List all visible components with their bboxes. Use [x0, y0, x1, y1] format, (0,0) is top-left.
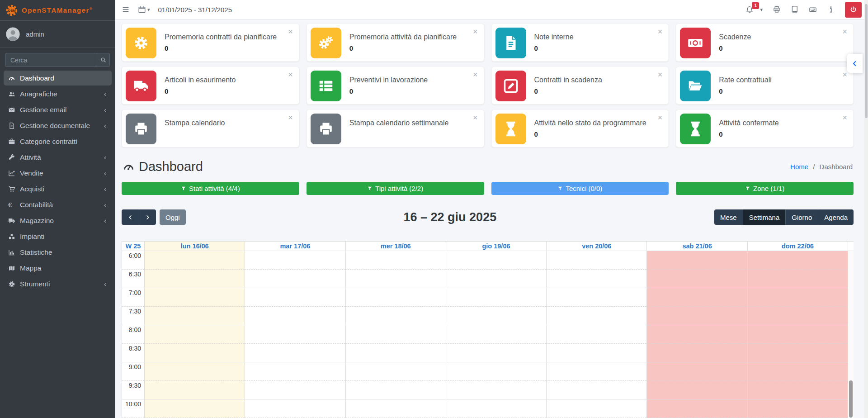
filter-tecnici-0-0[interactable]: Tecnici (0/0) — [491, 182, 669, 195]
calendar-slot[interactable] — [646, 251, 747, 270]
logout-power-button[interactable] — [845, 2, 862, 18]
calendar-slot[interactable] — [646, 381, 747, 399]
calendar-slot[interactable] — [446, 381, 546, 399]
calendar-slot[interactable] — [747, 251, 848, 270]
sidebar-item-gestione-documentale[interactable]: Gestione documentale ‹ — [4, 118, 112, 133]
calendar-slot[interactable] — [345, 325, 446, 344]
calendar-slot[interactable] — [546, 399, 646, 418]
widget-close-icon[interactable]: × — [842, 114, 847, 122]
print-icon[interactable] — [773, 5, 781, 14]
app-logo[interactable]: OSM OpenSTAManager® — [0, 0, 115, 21]
widget-contratti-in-scadenza[interactable]: Contratti in scadenza 0 × — [491, 66, 669, 104]
widget-close-icon[interactable]: × — [473, 71, 478, 79]
calendar-slot[interactable] — [546, 344, 646, 362]
day-header-sab-21-06[interactable]: sab 21/06 — [646, 242, 747, 251]
calendar-prev-button[interactable] — [122, 209, 139, 225]
filter-stati-attivit-4-4[interactable]: Stati attività (4/4) — [122, 182, 299, 195]
widget-close-icon[interactable]: × — [288, 28, 293, 36]
sidebar-item-acquisti[interactable]: Acquisti ‹ — [4, 181, 112, 196]
calendar-slot[interactable] — [144, 381, 245, 399]
widget-note-interne[interactable]: Note interne 0 × — [491, 24, 669, 62]
widget-close-icon[interactable]: × — [473, 28, 478, 36]
calendar-slot[interactable] — [747, 270, 848, 288]
calendar-slot[interactable] — [646, 307, 747, 325]
calendar-slot[interactable] — [345, 270, 446, 288]
calendar-slot[interactable] — [646, 399, 747, 418]
calendar-slot[interactable] — [546, 270, 646, 288]
calendar-today-button[interactable]: Oggi — [160, 209, 186, 225]
sidebar-item-attivit[interactable]: Attività ‹ — [4, 150, 112, 165]
sidebar-item-strumenti[interactable]: Strumenti ‹ — [4, 276, 112, 291]
period-selector[interactable]: 01/01/2025 - 31/12/2025 — [158, 6, 232, 14]
view-agenda-button[interactable]: Agenda — [818, 209, 854, 225]
calendar-slot[interactable] — [546, 251, 646, 270]
calendar-slot[interactable] — [345, 399, 446, 418]
widget-rate-contrattuali[interactable]: Rate contrattuali 0 × — [676, 66, 854, 104]
docs-book-icon[interactable] — [791, 5, 799, 14]
info-icon[interactable] — [827, 5, 835, 14]
calendar-slot[interactable] — [345, 307, 446, 325]
calendar-slot[interactable] — [245, 362, 345, 381]
hamburger-menu-icon[interactable] — [122, 5, 130, 14]
filter-tipi-attivit-2-2[interactable]: Tipi attività (2/2) — [307, 182, 484, 195]
sidebar-item-statistiche[interactable]: Statistiche — [4, 245, 112, 260]
search-button[interactable] — [97, 53, 110, 67]
sidebar-item-dashboard[interactable]: Dashboard — [4, 71, 112, 86]
calendar-slot[interactable] — [446, 270, 546, 288]
calendar-slot[interactable] — [747, 307, 848, 325]
calendar-slot[interactable] — [144, 307, 245, 325]
calendar-slot[interactable] — [245, 307, 345, 325]
sidebar-item-gestione-email[interactable]: Gestione email ‹ — [4, 102, 112, 117]
widget-close-icon[interactable]: × — [842, 71, 847, 79]
calendar-next-button[interactable] — [139, 209, 156, 225]
sidebar-item-impianti[interactable]: Impianti — [4, 229, 112, 244]
calendar-slot[interactable] — [446, 251, 546, 270]
day-header-ven-20-06[interactable]: ven 20/06 — [546, 242, 646, 251]
widget-promemoria-contratti-da-pianificare[interactable]: Promemoria contratti da pianificare 0 × — [122, 24, 299, 62]
calendar-slot[interactable] — [144, 288, 245, 307]
calendar-slot[interactable] — [446, 307, 546, 325]
calendar-dropdown-icon[interactable]: ▾ — [138, 5, 150, 14]
sidebar-item-anagrafiche[interactable]: Anagrafiche ‹ — [4, 86, 112, 101]
calendar-scrollbar-thumb[interactable] — [849, 380, 853, 418]
calendar-slot[interactable] — [646, 288, 747, 307]
widget-close-icon[interactable]: × — [658, 114, 663, 122]
calendar-slot[interactable] — [245, 381, 345, 399]
calendar-slot[interactable] — [747, 288, 848, 307]
page-scrollbar-thumb[interactable] — [865, 4, 868, 118]
calendar-slot[interactable] — [446, 362, 546, 381]
calendar-slot[interactable] — [546, 362, 646, 381]
day-header-gio-19-06[interactable]: gio 19/06 — [446, 242, 546, 251]
search-input[interactable] — [5, 53, 97, 67]
widget-stampa-calendario[interactable]: Stampa calendario × — [122, 109, 299, 147]
calendar-slot[interactable] — [345, 288, 446, 307]
calendar-slot[interactable] — [546, 307, 646, 325]
widget-close-icon[interactable]: × — [658, 71, 663, 79]
widget-stampa-calendario-settimanale[interactable]: Stampa calendario settimanale × — [307, 109, 484, 147]
widget-attivit-nello-stato-da-programmare[interactable]: Attività nello stato da programmare 0 × — [491, 109, 669, 147]
sidebar-item-categorie-contratti[interactable]: Categorie contratti — [4, 134, 112, 149]
week-number-link[interactable]: W 25 — [122, 242, 144, 251]
sidebar-item-mappa[interactable]: Mappa — [4, 261, 112, 276]
calendar-slot[interactable] — [446, 325, 546, 344]
calendar-slot[interactable] — [646, 362, 747, 381]
day-header-mar-17-06[interactable]: mar 17/06 — [245, 242, 345, 251]
calendar-slot[interactable] — [144, 362, 245, 381]
calendar-slot[interactable] — [245, 288, 345, 307]
view-giorno-button[interactable]: Giorno — [785, 209, 818, 225]
calendar-slot[interactable] — [144, 270, 245, 288]
calendar-slot[interactable] — [144, 325, 245, 344]
sidebar-item-contabilit[interactable]: € Contabilità ‹ — [4, 197, 112, 212]
calendar-slot[interactable] — [747, 381, 848, 399]
calendar-slot[interactable] — [345, 362, 446, 381]
calendar-slot[interactable] — [345, 344, 446, 362]
widget-attivit-confermate[interactable]: Attività confermate 0 × — [676, 109, 854, 147]
widget-promemoria-attivit-da-pianificare[interactable]: Promemoria attività da pianificare 0 × — [307, 24, 484, 62]
widget-close-icon[interactable]: × — [842, 28, 847, 36]
filter-zone-1-1[interactable]: Zone (1/1) — [676, 182, 854, 195]
right-panel-toggle[interactable] — [847, 54, 863, 73]
widget-close-icon[interactable]: × — [473, 114, 478, 122]
calendar-slot[interactable] — [245, 399, 345, 418]
calendar-slot[interactable] — [546, 288, 646, 307]
calendar-slot[interactable] — [245, 344, 345, 362]
